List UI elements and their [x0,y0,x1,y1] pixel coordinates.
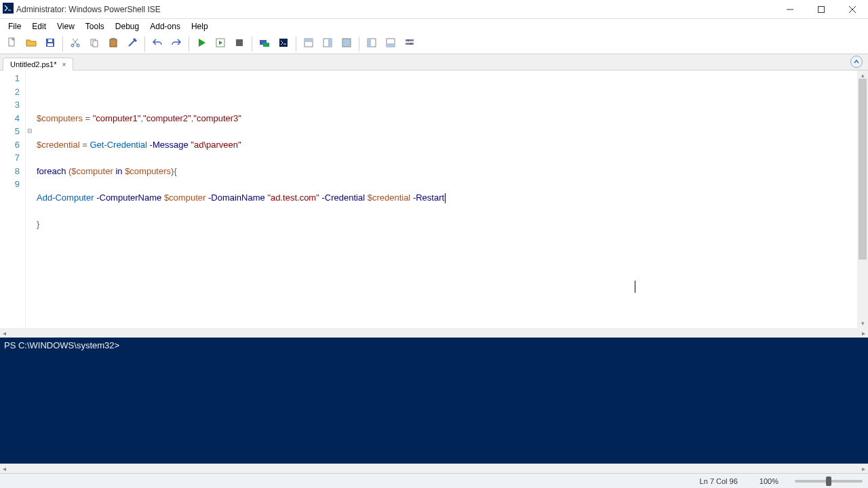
scroll-left-icon[interactable]: ◂ [3,329,6,337]
remote-button[interactable] [256,35,273,53]
options-icon [404,37,415,51]
svg-rect-30 [406,43,414,45]
scroll-up-icon[interactable]: ▴ [861,72,865,79]
save-icon [45,37,56,51]
console-pane[interactable]: PS C:\WINDOWS\system32> [0,338,868,464]
text-cursor-icon [635,281,635,293]
window-title: Administrator: Windows PowerShell ISE [16,5,774,14]
show-script-pane-top-icon [303,37,314,51]
undo-button[interactable] [149,35,166,53]
svg-rect-21 [304,39,313,42]
code-area[interactable]: $computers = "computer1","computer2","co… [34,70,868,328]
start-powershell-button[interactable] [275,35,292,53]
show-script-pane-maximized-button[interactable] [338,35,355,53]
show-command-window-icon [385,37,396,51]
cut-button[interactable] [66,35,84,53]
redo-button[interactable] [167,35,185,53]
scroll-right-icon[interactable]: ▸ [862,329,865,337]
svg-rect-2 [818,6,825,12]
menu-tools[interactable]: Tools [80,20,110,33]
script-editor[interactable]: 123456789 ⊟ $computers = "computer1","co… [0,70,868,328]
title-bar: Administrator: Windows PowerShell ISE [0,0,868,19]
new-file-button[interactable] [3,35,21,53]
svg-point-32 [410,43,412,45]
show-script-pane-top-button[interactable] [300,35,317,53]
menu-file[interactable]: File [3,20,26,33]
editor-horizontal-scrollbar[interactable]: ◂ ▸ [0,328,868,338]
script-tab-row: Untitled2.ps1* × [0,54,868,70]
svg-point-31 [408,39,410,41]
remote-icon [259,37,270,51]
show-script-pane-right-icon [322,37,333,51]
tab-close-icon[interactable]: × [61,61,68,68]
scroll-left-icon[interactable]: ◂ [3,465,6,472]
svg-rect-26 [368,39,371,47]
svg-rect-7 [47,43,53,46]
maximize-button[interactable] [806,0,837,19]
svg-rect-0 [3,3,14,14]
run-selection-icon [215,37,226,51]
open-file-button[interactable] [22,35,40,53]
svg-rect-12 [93,41,98,47]
svg-rect-29 [406,39,414,41]
clear-icon [127,37,138,51]
cut-icon [70,37,81,51]
scroll-right-icon[interactable]: ▸ [862,465,865,472]
svg-rect-19 [279,39,288,47]
script-tab[interactable]: Untitled2.ps1* × [3,58,73,70]
menu-view[interactable]: View [52,20,80,33]
show-command-addon-button[interactable] [363,35,380,53]
stop-button[interactable] [231,35,248,53]
collapse-script-pane-button[interactable] [850,56,863,68]
menu-help[interactable]: Help [186,20,214,33]
open-file-icon [26,37,37,51]
run-selection-button[interactable] [212,35,229,53]
save-button[interactable] [41,35,59,53]
menu-edit[interactable]: Edit [26,20,52,33]
show-command-window-button[interactable] [382,35,399,53]
toolbar [0,34,868,54]
show-script-pane-right-button[interactable] [319,35,336,53]
paste-button[interactable] [104,35,122,53]
stop-icon [234,37,245,51]
show-command-addon-icon [366,37,377,51]
svg-rect-16 [236,39,243,46]
redo-icon [171,37,182,51]
svg-rect-18 [263,43,269,47]
svg-rect-28 [387,43,395,47]
run-script-button[interactable] [193,35,210,53]
undo-icon [152,37,163,51]
editor-vertical-scrollbar[interactable]: ▴ ▾ [857,70,868,328]
copy-icon [89,37,100,51]
minimize-button[interactable] [774,0,806,19]
options-button[interactable] [401,35,418,53]
show-script-pane-maximized-icon [341,37,352,51]
svg-rect-24 [342,39,351,47]
console-prompt: PS C:\WINDOWS\system32> [4,340,119,350]
zoom-level: 100% [754,477,784,485]
svg-rect-14 [111,38,115,40]
zoom-slider[interactable] [795,480,863,483]
status-bar: Ln 7 Col 96 100% [0,473,868,488]
new-file-icon [7,37,18,51]
scroll-down-icon[interactable]: ▾ [861,320,865,327]
run-script-icon [196,37,207,51]
scrollbar-thumb[interactable] [859,79,867,260]
close-button[interactable] [837,0,868,19]
cursor-position: Ln 7 Col 96 [694,477,743,485]
menu-bar: FileEditViewToolsDebugAdd-onsHelp [0,19,868,34]
copy-button[interactable] [85,35,103,53]
clear-button[interactable] [123,35,141,53]
menu-debug[interactable]: Debug [110,20,144,33]
paste-icon [108,37,119,51]
svg-rect-8 [48,39,52,42]
line-gutter: 123456789 [0,70,26,328]
svg-rect-23 [328,39,332,47]
fold-column[interactable]: ⊟ [26,70,34,328]
console-horizontal-scrollbar[interactable]: ◂ ▸ [0,464,868,473]
powershell-ise-icon [3,3,16,16]
start-powershell-icon [278,37,289,51]
tab-label: Untitled2.ps1* [10,60,57,68]
menu-add-ons[interactable]: Add-ons [144,20,186,33]
zoom-slider-thumb[interactable] [826,476,831,486]
